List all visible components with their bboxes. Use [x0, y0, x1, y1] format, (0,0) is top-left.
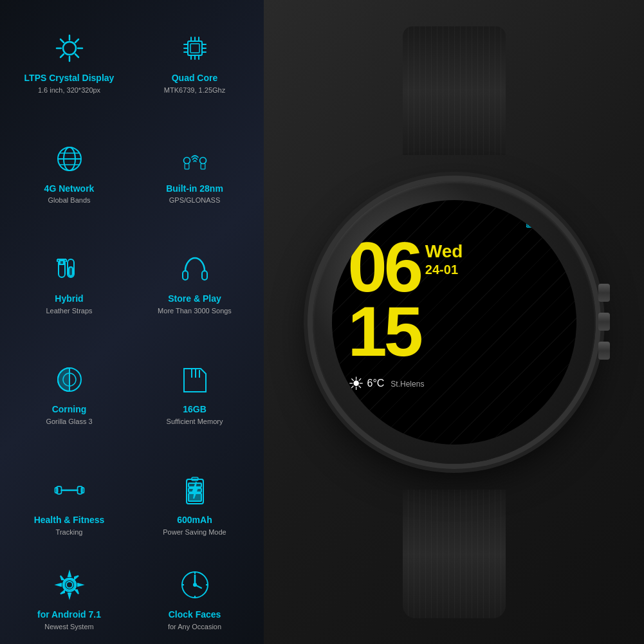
store-play-title: Store & Play	[168, 293, 221, 304]
gps-icon	[176, 140, 214, 178]
features-panel: LTPS Crystal Display 1.6 inch, 320*320px	[0, 0, 264, 644]
weather-temperature: 6°C	[367, 378, 385, 389]
weather-sun-icon: ☀	[348, 373, 364, 394]
gps-title: Built-in 28nm	[166, 183, 223, 194]
screen-content: 91% 06 15 Wed 24-01	[348, 219, 560, 432]
watch-minute: 15	[348, 296, 420, 367]
feature-corning: Corning Gorilla Glass 3	[6, 338, 132, 448]
weather-location: St.Helens	[391, 380, 424, 389]
feature-ltps-display: LTPS Crystal Display 1.6 inch, 320*320px	[6, 6, 132, 117]
svg-line-6	[75, 54, 78, 57]
svg-rect-29	[185, 163, 189, 169]
chip-icon	[176, 29, 214, 68]
date-column: Wed 24-01	[425, 232, 463, 277]
hybrid-title: Hybrid	[55, 293, 83, 304]
settings-icon	[50, 566, 89, 604]
svg-rect-68	[539, 222, 541, 225]
svg-rect-39	[183, 271, 188, 280]
watch-date: 24-01	[425, 262, 458, 277]
health-sub: Tracking	[56, 528, 83, 537]
feature-quad-core: Quad Core MTK6739, 1.25Ghz	[132, 6, 257, 117]
shield-icon	[50, 360, 89, 399]
svg-line-8	[60, 54, 64, 57]
svg-line-5	[60, 39, 64, 42]
store-play-sub: More Than 3000 Songs	[158, 306, 232, 315]
globe-icon	[50, 140, 89, 178]
hybrid-sub: Leather Straps	[46, 306, 92, 315]
watch-screen: 91% 06 15 Wed 24-01	[332, 200, 576, 445]
feature-battery: 600mAh Power Saving Mode	[132, 448, 257, 559]
corning-sub: Gorilla Glass 3	[46, 417, 92, 426]
battery-status-icon	[526, 220, 542, 228]
watch-container: 91% 06 15 Wed 24-01	[287, 26, 621, 618]
quad-title: Quad Core	[172, 73, 218, 84]
display-icon	[50, 29, 89, 68]
battery-percentage: 91%	[544, 219, 560, 228]
svg-rect-35	[69, 267, 73, 276]
clock-faces-sub: for Any Occasion	[168, 622, 221, 631]
weather-row: ☀ 6°C St.Helens	[348, 373, 560, 394]
headphones-icon	[176, 250, 214, 288]
gps-sub: GPS/GLONASS	[169, 196, 220, 205]
svg-line-7	[75, 39, 78, 42]
feature-android: for Android 7.1 Newest System	[6, 559, 132, 638]
crown-button-bottom	[598, 342, 610, 360]
feature-gps: Built-in 28nm GPS/GLONASS	[132, 117, 257, 228]
crown-button-top	[598, 284, 610, 302]
crown-button-middle	[598, 313, 610, 331]
feature-store-play: Store & Play More Than 3000 Songs	[132, 228, 257, 338]
dumbbell-icon	[50, 471, 89, 510]
quad-sub: MTK6739, 1.25Ghz	[164, 86, 225, 95]
16gb-sub: Sufficient Memory	[167, 417, 223, 426]
corning-title: Corning	[52, 404, 87, 415]
feature-health: Health & Fitness Tracking	[6, 448, 132, 559]
battery-sub: Power Saving Mode	[163, 528, 226, 537]
svg-rect-31	[201, 163, 205, 169]
watch-panel: 91% 06 15 Wed 24-01	[264, 0, 644, 644]
sdcard-icon	[176, 360, 214, 399]
watch-case: 91% 06 15 Wed 24-01	[313, 181, 596, 464]
health-title: Health & Fitness	[34, 515, 105, 526]
strap-top	[403, 26, 506, 155]
feature-4g: 4G Network Global Bands	[6, 117, 132, 228]
android-sub: Newest System	[44, 622, 93, 631]
feature-hybrid: Hybrid Leather Straps	[6, 228, 132, 338]
svg-point-0	[63, 42, 76, 55]
feature-clock-faces: Clock Faces for Any Occasion	[132, 559, 257, 638]
clock-icon	[176, 566, 214, 604]
clock-faces-title: Clock Faces	[169, 609, 221, 620]
4g-sub: Global Bands	[48, 196, 90, 205]
svg-rect-69	[528, 221, 538, 226]
4g-title: 4G Network	[44, 183, 95, 194]
watch-day: Wed	[425, 241, 463, 262]
flask-icon	[50, 250, 89, 288]
feature-16gb: 16GB Sufficient Memory	[132, 338, 257, 448]
battery-large-icon	[176, 471, 214, 510]
strap-bottom	[403, 490, 506, 618]
svg-point-28	[183, 157, 190, 163]
svg-point-58	[66, 582, 73, 588]
android-title: for Android 7.1	[37, 609, 101, 620]
ltps-sub: 1.6 inch, 320*320px	[38, 86, 100, 95]
battery-title: 600mAh	[177, 515, 212, 526]
svg-point-30	[199, 157, 206, 163]
ltps-title: LTPS Crystal Display	[24, 73, 115, 84]
16gb-title: 16GB	[183, 404, 207, 415]
svg-rect-10	[190, 44, 199, 53]
svg-rect-40	[202, 271, 207, 280]
svg-rect-33	[60, 261, 64, 264]
